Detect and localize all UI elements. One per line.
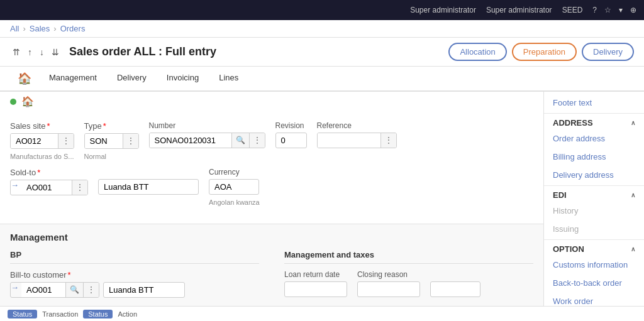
sold-to-name-group: [98, 168, 199, 195]
number-dropdown-icon[interactable]: ⋮: [249, 133, 265, 148]
status-dot: [10, 99, 16, 105]
sold-to-arrow-icon[interactable]: →: [11, 180, 19, 195]
sold-to-input-group: → ⋮: [10, 180, 88, 195]
billing-address-item[interactable]: Billing address: [544, 148, 644, 166]
home-icon-row: 🏠: [0, 92, 543, 111]
tab-management[interactable]: Management: [39, 67, 107, 90]
bill-to-search-icon[interactable]: 🔍: [65, 283, 83, 297]
reference-input-group: ⋮: [317, 133, 397, 148]
address-chevron-icon[interactable]: ∧: [631, 119, 635, 126]
currency-subtitle: Angolan kwanza: [209, 199, 260, 206]
top-bar: Super administrator Super administrator …: [0, 0, 644, 20]
tab-lines[interactable]: Lines: [209, 67, 248, 90]
breadcrumb-sales[interactable]: Sales: [30, 24, 50, 33]
reference-input[interactable]: [318, 133, 380, 148]
sales-site-input-group: ⋮: [10, 133, 74, 149]
number-group: Number 🔍 ⋮: [149, 121, 265, 148]
delivery-address-item[interactable]: Delivery address: [544, 166, 644, 184]
nav-down[interactable]: ↓: [37, 46, 47, 58]
sold-to-input[interactable]: [21, 180, 72, 195]
home-tab[interactable]: 🏠: [10, 67, 39, 90]
footer-text-item[interactable]: Footer text: [544, 92, 644, 112]
bp-title: BP: [10, 250, 259, 264]
status-badge: Status: [8, 310, 37, 318]
loan-return-label: Loan return date: [284, 270, 347, 279]
closing-reason-input[interactable]: [357, 281, 420, 297]
closing-extra-input[interactable]: [430, 281, 480, 297]
bill-to-arrow-icon[interactable]: →: [11, 283, 19, 297]
number-search-icon[interactable]: 🔍: [231, 133, 249, 148]
sold-to-group: Sold-to* → ⋮: [10, 168, 88, 195]
closing-extra-group: [430, 270, 480, 297]
preparation-button[interactable]: Preparation: [512, 43, 577, 61]
edi-section: EDI ∧: [544, 185, 644, 202]
bill-to-input[interactable]: [21, 283, 65, 297]
currency-input[interactable]: [209, 179, 259, 195]
customs-info-item[interactable]: Customs information: [544, 256, 644, 274]
bill-to-input-group: → 🔍 ⋮: [10, 282, 99, 298]
home-icon[interactable]: 🏠: [21, 95, 34, 107]
header-row: ⇈ ↑ ↓ ⇊ Sales order ALL : Full entry All…: [0, 38, 644, 67]
type-dropdown-icon[interactable]: ⋮: [123, 134, 138, 148]
number-label: Number: [149, 121, 265, 130]
sales-site-subtitle: Manufacturas do S...: [10, 153, 74, 160]
transaction-text: Transaction: [42, 310, 78, 318]
dropdown-icon[interactable]: ▾: [619, 6, 623, 14]
nav-icon[interactable]: ⊕: [630, 6, 636, 14]
order-address-item[interactable]: Order address: [544, 129, 644, 148]
nav-first[interactable]: ⇈: [10, 46, 23, 58]
sep1: ›: [23, 24, 25, 33]
closing-reason-label: Closing reason: [357, 270, 420, 279]
address-section: ADDRESS ∧: [544, 113, 644, 129]
help-icon[interactable]: ?: [592, 6, 597, 14]
issuing-item[interactable]: Issuing: [544, 220, 644, 238]
allocation-button[interactable]: Allocation: [448, 43, 506, 61]
reference-group: Reference ⋮: [317, 121, 397, 148]
nav-up[interactable]: ↑: [25, 46, 35, 58]
option-section-label: OPTION: [553, 244, 584, 254]
breadcrumb-orders[interactable]: Orders: [60, 24, 86, 33]
bill-to-name-input[interactable]: [103, 282, 185, 298]
option-chevron-icon[interactable]: ∧: [631, 246, 635, 253]
edi-section-label: EDI: [553, 190, 567, 200]
number-input[interactable]: [150, 133, 231, 148]
revision-input[interactable]: [275, 133, 307, 148]
seed-label: SEED: [562, 6, 583, 14]
back-to-back-item[interactable]: Back-to-back order: [544, 274, 644, 292]
sales-site-dropdown-icon[interactable]: ⋮: [58, 134, 74, 148]
bill-to-dropdown-icon[interactable]: ⋮: [83, 283, 99, 297]
star-icon[interactable]: ☆: [604, 6, 611, 14]
revision-group: Revision: [275, 121, 307, 148]
breadcrumb-all[interactable]: All: [10, 24, 19, 33]
loan-return-input[interactable]: [284, 281, 347, 297]
closing-reason-group: Closing reason: [357, 270, 420, 297]
history-item[interactable]: History: [544, 202, 644, 220]
type-input[interactable]: [85, 134, 123, 148]
sold-to-name-input[interactable]: [98, 179, 199, 195]
sep2: ›: [53, 24, 56, 33]
currency-label: Currency: [209, 168, 260, 177]
number-input-group: 🔍 ⋮: [149, 133, 265, 148]
closing-extra-label: [430, 270, 480, 279]
delivery-button[interactable]: Delivery: [582, 43, 634, 61]
bill-to-group: Bill-to customer* → 🔍 ⋮: [10, 270, 259, 298]
mgmt-taxes-title: Management and taxes: [284, 250, 533, 264]
nav-arrows: ⇈ ↑ ↓ ⇊: [10, 46, 62, 58]
sales-site-input[interactable]: [11, 134, 58, 148]
reference-dropdown-icon[interactable]: ⋮: [380, 133, 396, 148]
tabs-row: 🏠 Management Delivery Invoicing Lines: [0, 67, 644, 92]
user1-label: Super administrator: [410, 6, 476, 14]
sold-to-label: Sold-to*: [10, 168, 88, 177]
sold-to-dropdown-icon[interactable]: ⋮: [72, 180, 87, 195]
tab-invoicing[interactable]: Invoicing: [157, 67, 209, 90]
edi-chevron-icon[interactable]: ∧: [631, 192, 635, 199]
action-text: Action: [118, 310, 137, 318]
type-input-group: ⋮: [84, 133, 139, 149]
form-section: Sales site* ⋮ Manufacturas do S... Type*…: [0, 111, 543, 224]
nav-last[interactable]: ⇊: [49, 46, 62, 58]
type-subtitle: Normal: [84, 153, 139, 160]
left-content: 🏠 Sales site* ⋮ Manufacturas do S...: [0, 92, 543, 317]
main-area: 🏠 Sales site* ⋮ Manufacturas do S...: [0, 92, 644, 317]
top-bar-icons: ? ☆ ▾ ⊕: [592, 6, 636, 14]
tab-delivery[interactable]: Delivery: [107, 67, 157, 90]
